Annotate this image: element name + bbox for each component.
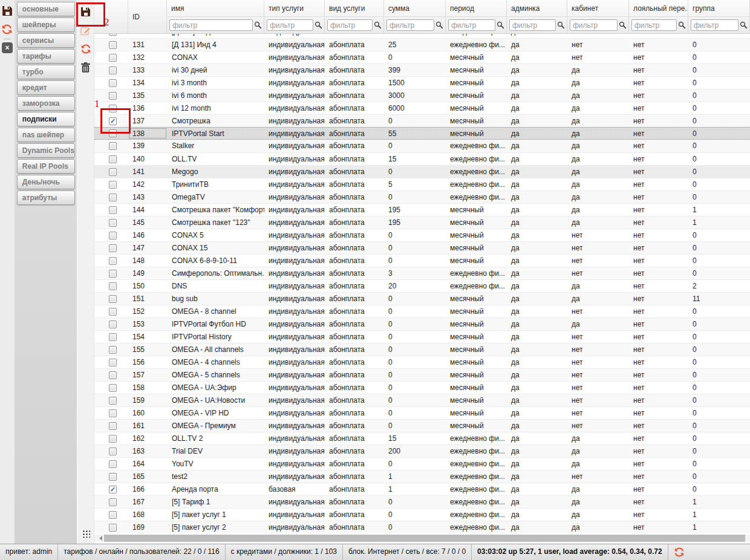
search-icon[interactable] [313, 21, 323, 30]
row-checkbox[interactable] [109, 333, 117, 341]
edit-icon[interactable] [80, 24, 92, 36]
table-row-130[interactable]: 130[Д 130] Инд 3индивидуальнаяабонплата2… [94, 34, 750, 38]
table-row-165[interactable]: 165test2индивидуальнаяабонплата1ежедневн… [94, 470, 750, 483]
sidebar-item-real-ip-pools[interactable]: Real IP Pools [17, 159, 75, 174]
table-row-156[interactable]: 156OMEGA - 4 channelsиндивидуальнаяабонп… [94, 356, 750, 368]
refresh-icon[interactable] [80, 43, 92, 55]
row-checkbox[interactable] [109, 194, 117, 201]
filter-input-cabinet[interactable] [570, 19, 618, 31]
row-checkbox[interactable] [109, 524, 117, 532]
row-checkbox[interactable]: ✓ [109, 117, 117, 125]
table-row-153[interactable]: 153IPTVPortal Футбол HDиндивидуальнаяабо… [94, 317, 750, 330]
filter-input-sum[interactable] [386, 19, 434, 31]
table-row-146[interactable]: 146CONAX 5индивидуальнаяабонплата0месячн… [94, 229, 750, 241]
table-row-160[interactable]: 160OMEGA - VIP HDиндивидуальнаяабонплата… [94, 406, 750, 419]
row-checkbox[interactable] [109, 308, 117, 316]
refresh-icon[interactable] [1, 23, 13, 35]
column-header-sum[interactable]: сумма [384, 0, 446, 17]
column-header-name[interactable]: имя [167, 0, 264, 17]
search-icon[interactable] [495, 21, 505, 30]
save-icon[interactable] [80, 5, 92, 18]
table-row-168[interactable]: 168[5] пакет услуг 1индивидуальнаяабонпл… [94, 508, 750, 521]
row-checkbox[interactable] [109, 422, 117, 430]
table-row-154[interactable]: 154IPTVPortal Historyиндивидуальнаяабонп… [94, 330, 750, 343]
filter-input-type[interactable] [267, 19, 313, 31]
table-row-143[interactable]: 143OmegaTVиндивидуальнаяабонплата0ежедне… [94, 190, 750, 203]
row-checkbox[interactable] [109, 321, 117, 328]
table-row-131[interactable]: 131[Д 131] Инд 4индивидуальнаяабонплата2… [94, 38, 750, 51]
row-checkbox[interactable] [109, 155, 117, 163]
row-checkbox[interactable] [109, 371, 117, 379]
column-header-admin[interactable]: админка [507, 0, 567, 17]
search-icon[interactable] [556, 21, 566, 30]
table-row-147[interactable]: 147CONAX 15индивидуальнаяабонплата0месяч… [94, 241, 750, 254]
table-row-164[interactable]: 164YouTVиндивидуальнаяабонплата0ежедневн… [94, 457, 750, 470]
close-icon[interactable]: × [2, 42, 13, 53]
search-icon[interactable] [434, 21, 444, 30]
search-icon[interactable] [373, 21, 382, 30]
table-row-166[interactable]: ✓166Аренда портабазоваяабонплата1ежеднев… [94, 483, 750, 495]
sidebar-item-заморозка[interactable]: заморозка [17, 96, 75, 111]
search-icon[interactable] [618, 21, 627, 30]
table-row-149[interactable]: 149Симферополь: Оптимальн...индивидуальн… [94, 267, 750, 279]
table-row-148[interactable]: 148CONAX 6-8-9-10-11индивидуальнаяабонпл… [94, 254, 750, 267]
row-checkbox[interactable] [109, 79, 117, 87]
filter-input-loyal[interactable] [631, 19, 677, 31]
table-row-150[interactable]: 150DNSиндивидуальнаяабонплата20ежедневно… [94, 279, 750, 292]
table-row-169[interactable]: 169[5] пакет услуг 2индивидуальнаяабонпл… [94, 521, 750, 533]
filter-input-kind[interactable] [327, 19, 373, 31]
table-row-159[interactable]: 159OMEGA - UA:Новостииндивидуальнаяабонп… [94, 394, 750, 406]
search-icon[interactable] [253, 21, 262, 30]
table-row-151[interactable]: 151bug subиндивидуальнаяабонплата0месячн… [94, 292, 750, 305]
table-row-142[interactable]: 142ТринитиТВиндивидуальнаяабонплата5ежед… [94, 178, 750, 190]
row-checkbox[interactable] [109, 435, 117, 443]
row-checkbox[interactable] [109, 511, 117, 519]
row-checkbox[interactable] [109, 409, 117, 417]
table-row-135[interactable]: 135ivi 6 monthиндивидуальнаяабонплата300… [94, 89, 750, 102]
resize-grip-icon[interactable] [82, 530, 90, 538]
row-checkbox[interactable] [109, 244, 117, 252]
table-row-157[interactable]: 157OMEGA - 5 channelsиндивидуальнаяабонп… [94, 368, 750, 381]
table-row-158[interactable]: 158OMEGA - UA:Эфириндивидуальнаяабонплат… [94, 381, 750, 394]
row-checkbox[interactable] [109, 219, 117, 227]
status-refresh-icon[interactable] [674, 547, 685, 558]
filter-input-name[interactable] [169, 19, 253, 31]
scrollbar-thumb[interactable] [104, 535, 745, 542]
column-header-period[interactable]: период [446, 0, 507, 17]
row-checkbox[interactable]: ✓ [109, 486, 117, 493]
row-checkbox[interactable] [109, 270, 117, 278]
row-checkbox[interactable] [109, 384, 117, 392]
table-row-167[interactable]: 167[5] Тариф 1индивидуальнаяабонплата0еж… [94, 495, 750, 508]
row-checkbox[interactable] [109, 232, 117, 239]
save-icon[interactable] [1, 5, 13, 17]
row-checkbox[interactable] [109, 105, 117, 112]
row-checkbox[interactable] [109, 67, 117, 74]
column-header-loyal[interactable]: лояльный пере... [629, 0, 688, 17]
row-checkbox[interactable] [109, 397, 117, 405]
table-row-161[interactable]: 161OMEGA - Премиуминдивидуальнаяабонплат… [94, 419, 750, 432]
sidebar-item-день-ночь[interactable]: День/ночь [17, 175, 75, 189]
row-checkbox[interactable] [109, 282, 117, 290]
sidebar-item-основные[interactable]: основные [17, 2, 75, 16]
column-header-type[interactable]: тип услуги [264, 0, 325, 17]
row-checkbox[interactable] [109, 181, 117, 189]
row-checkbox[interactable] [109, 498, 117, 506]
table-row-163[interactable]: 163Trial DEVиндивидуальнаяабонплата200еж… [94, 444, 750, 457]
sidebar-item-кредит[interactable]: кредит [17, 80, 75, 95]
row-checkbox[interactable] [109, 41, 117, 49]
sidebar-item-турбо[interactable]: турбо [17, 65, 75, 79]
table-row-132[interactable]: 132CONAXиндивидуальнаяабонплата0месячный… [94, 51, 750, 63]
row-checkbox[interactable] [109, 168, 117, 176]
row-checkbox[interactable] [109, 142, 117, 150]
sidebar-item-атрибуты[interactable]: атрибуты [17, 190, 75, 205]
sidebar-item-dynamic-pools[interactable]: Dynamic Pools [17, 143, 75, 158]
filter-input-group[interactable] [691, 19, 739, 31]
row-checkbox[interactable] [109, 92, 117, 100]
horizontal-scrollbar[interactable] [94, 535, 750, 542]
table-row-133[interactable]: 133ivi 30 днейиндивидуальнаяабонплата399… [94, 63, 750, 76]
row-checkbox[interactable] [109, 257, 117, 265]
filter-input-admin[interactable] [509, 19, 556, 31]
delete-icon[interactable] [80, 61, 92, 73]
sidebar-item-nas-шейпер[interactable]: nas шейпер [17, 128, 75, 142]
table-row-141[interactable]: 141Megogoиндивидуальнаяабонплата0ежеднев… [94, 165, 750, 178]
